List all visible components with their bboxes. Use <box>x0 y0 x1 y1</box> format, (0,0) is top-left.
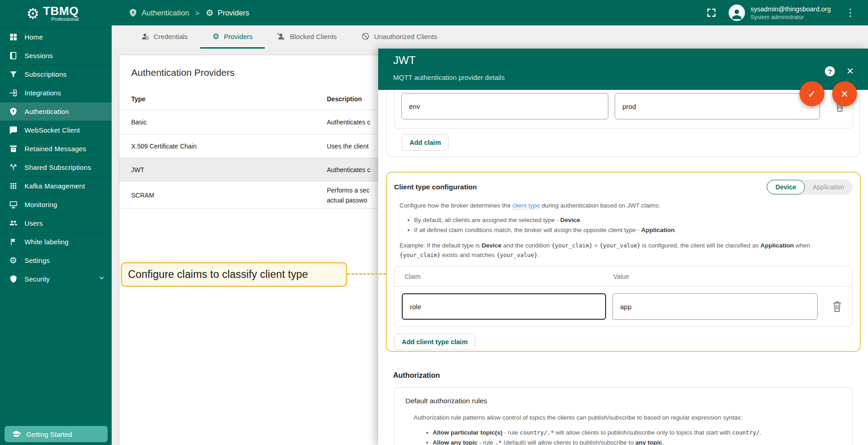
panel-header: JWT MQTT authentication provider details… <box>378 49 868 90</box>
call-split-icon <box>9 163 18 172</box>
close-icon[interactable]: × <box>847 65 853 77</box>
sidebar-item-settings[interactable]: ⚙ Settings <box>0 251 112 270</box>
claim-value-input[interactable] <box>615 93 820 119</box>
grid-icon <box>9 32 18 41</box>
claims-card: Add claim <box>386 90 860 157</box>
sidebar-item-retained-messages[interactable]: Retained Messages <box>0 139 112 158</box>
brand-name: TBMQ <box>43 5 79 16</box>
bullet-claim-match: If all defined claim conditions match, t… <box>408 225 853 235</box>
user-role: System administrator <box>750 14 831 20</box>
brand-logo[interactable]: ⚙ TBMQ Professional <box>0 0 112 27</box>
client-type-configuration-section: Client type configuration Device Applica… <box>386 172 861 352</box>
input-icon <box>9 88 18 97</box>
person-icon <box>730 7 744 21</box>
sidebar-item-shared-subscriptions[interactable]: Shared Subscriptions <box>0 158 112 177</box>
panel-subtitle: MQTT authentication provider details <box>393 74 505 81</box>
more-menu-icon[interactable]: ⋮ <box>843 8 858 18</box>
people-icon <box>9 218 18 227</box>
cancel-button[interactable]: × <box>832 81 857 106</box>
sidebar-item-users[interactable]: Users <box>0 214 112 232</box>
tab-providers[interactable]: ⚙ Providers <box>200 25 265 49</box>
shield-lock-icon <box>9 107 18 116</box>
chevron-down-icon <box>98 274 105 283</box>
sidebar-item-home[interactable]: Home <box>0 28 112 46</box>
gear-icon: ⚙ <box>206 9 213 17</box>
sidebar-item-subscriptions[interactable]: Subscriptions <box>0 65 112 84</box>
shield-lock-icon <box>128 8 138 17</box>
client-type-claims-table: Claim Value <box>394 266 853 327</box>
client-type-bullets: By default, all clients are assigned the… <box>408 215 853 235</box>
tab-credentials[interactable]: Credentials <box>128 25 200 49</box>
archive-icon <box>9 144 18 153</box>
book-icon <box>9 51 18 60</box>
user-lock-icon <box>141 32 149 40</box>
confirm-button[interactable]: ✓ <box>799 81 824 106</box>
toggle-application[interactable]: Application <box>805 180 853 194</box>
sidebar-item-kafka-management[interactable]: Kafka Management <box>0 177 112 195</box>
column-description: Description <box>327 95 362 103</box>
brand-edition: Professional <box>43 16 79 22</box>
user-email: sysadmin@thingsboard.org <box>750 5 831 13</box>
person-off-icon <box>277 32 285 40</box>
fullscreen-icon[interactable] <box>706 7 717 18</box>
callout-annotation: Configure claims to classify client type <box>121 262 347 287</box>
toggle-device[interactable]: Device <box>767 180 804 194</box>
sidebar-item-monitoring[interactable]: Monitoring <box>0 195 112 214</box>
sidebar-item-security[interactable]: Security <box>0 270 112 288</box>
gear-icon: ⚙ <box>212 33 219 40</box>
sidebar-item-integrations[interactable]: Integrations <box>0 84 112 102</box>
value-column-header: Value <box>613 273 629 280</box>
chat-icon <box>9 125 18 134</box>
bullet-allow-any: Allow any topic - rule .* (default) will… <box>426 438 841 445</box>
jwt-detail-panel: Add claim Client type configuration Devi… <box>378 49 868 445</box>
authorization-intro: Authorization rule patterns allow contro… <box>414 413 841 422</box>
bullet-default-type: By default, all clients are assigned the… <box>408 215 853 225</box>
tab-unauthorized-clients[interactable]: Unauthorized Clients <box>349 25 449 49</box>
tbmq-logo-icon: ⚙ <box>26 6 39 21</box>
client-type-intro: Configure how the broker determines the … <box>399 201 853 210</box>
client-type-toggle: Device Application <box>766 179 853 195</box>
sidebar-item-authentication[interactable]: Authentication <box>0 102 112 121</box>
client-type-example: Example: If the default type is Device a… <box>399 241 849 260</box>
breadcrumb-authentication[interactable]: Authentication <box>128 8 189 17</box>
monitor-icon <box>9 200 18 209</box>
sidebar-item-sessions[interactable]: Sessions <box>0 46 112 65</box>
callout-dashed-connector <box>347 273 386 275</box>
tab-blocked-clients[interactable]: Blocked Clients <box>265 25 349 49</box>
claim-name-input[interactable] <box>401 93 608 119</box>
panel-title: JWT <box>393 54 415 67</box>
client-type-claim-input[interactable] <box>402 293 606 320</box>
getting-started-button[interactable]: Getting Started <box>5 426 108 442</box>
top-bar: Authentication > ⚙ Providers sysadmin@th… <box>112 0 868 25</box>
client-type-value-input[interactable] <box>612 293 818 320</box>
breadcrumb-separator: > <box>196 9 200 17</box>
shield-icon <box>9 274 18 283</box>
avatar[interactable] <box>729 5 745 21</box>
default-rules-title: Default authorization rules <box>405 397 841 405</box>
column-type: Type <box>119 95 327 103</box>
delete-client-type-claim-icon[interactable] <box>831 300 843 313</box>
sidebar-nav: Home Sessions Subscriptions Integrations… <box>0 27 112 288</box>
breadcrumb-providers[interactable]: ⚙ Providers <box>206 9 249 17</box>
top-right-controls: sysadmin@thingsboard.org System administ… <box>706 5 858 21</box>
filter-icon <box>9 69 18 79</box>
graduation-cap-icon <box>12 430 21 439</box>
sidebar: ⚙ TBMQ Professional Home Sessions Subscr… <box>0 0 112 445</box>
format-paint-icon <box>9 237 18 246</box>
auth-tabs: Credentials ⚙ Providers Blocked Clients … <box>112 25 868 49</box>
claim-column-header: Claim <box>404 273 421 280</box>
apps-grid-icon <box>9 181 18 190</box>
sidebar-item-websocket-client[interactable]: WebSocket Client <box>0 121 112 139</box>
gear-icon: ⚙ <box>9 256 18 265</box>
help-icon[interactable]: ? <box>825 66 835 76</box>
authorization-bullets: Allow particular topic(s) - rule country… <box>426 428 841 445</box>
client-type-link[interactable]: client type <box>512 202 540 209</box>
panel-body: Add claim Client type configuration Devi… <box>378 90 868 445</box>
sidebar-item-white-labeling[interactable]: White labeling <box>0 232 112 251</box>
tbmq-app: ⚙ TBMQ Professional Home Sessions Subscr… <box>0 0 868 445</box>
add-claim-button[interactable]: Add claim <box>402 134 449 151</box>
authorization-title: Authorization <box>393 371 440 380</box>
add-client-type-claim-button[interactable]: Add client type claim <box>394 334 475 350</box>
breadcrumb: Authentication > ⚙ Providers <box>128 8 249 17</box>
bullet-allow-particular: Allow particular topic(s) - rule country… <box>426 428 841 438</box>
